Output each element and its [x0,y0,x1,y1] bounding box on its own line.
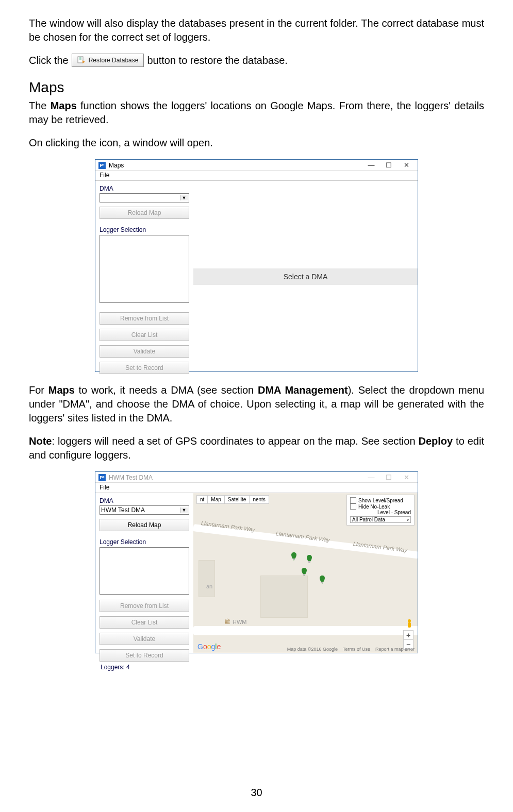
map-marker[interactable] [320,576,325,584]
logger-selection-label: Logger Selection [100,538,189,546]
patrol-data-select[interactable]: All Patrol Data v [350,516,411,523]
sidebar: DMA ▼ Reload Map Logger Selection Remove… [95,181,193,371]
map-marker[interactable] [307,555,312,563]
logger-selection-list[interactable] [100,547,189,595]
chevron-down-icon: ▼ [180,195,188,200]
menu-bar: File [95,483,418,493]
maximize-button[interactable]: ☐ [382,473,396,481]
map-area[interactable]: Llantarnam Park Way Llantarnam Park Way … [193,493,418,653]
terms-link[interactable]: Terms of Use [343,647,370,652]
validate-button[interactable]: Validate [100,633,189,645]
hwm-poi-label: HWM [233,619,247,625]
app-icon: P³ [98,162,106,169]
file-menu[interactable]: File [100,172,109,179]
maximize-button[interactable]: ☐ [382,161,396,169]
restore-tail-text: button to restore the database. [147,55,287,66]
paragraph-db-present: The window will also display the databas… [29,16,484,44]
svg-rect-2 [308,561,310,563]
restore-database-button[interactable]: Restore Database [72,54,144,67]
click-restore-row: Click the Restore Database button to res… [29,54,484,67]
dma-dropdown[interactable]: ▼ [100,193,189,202]
pegman-icon[interactable] [405,619,413,629]
loggers-count-status: Loggers: 4 [100,662,189,672]
map-options-panel: Show Level/Spread Hide No-Leak Level - S… [346,495,415,526]
satellite-tab[interactable]: Satellite [225,496,250,503]
patrol-data-value: All Patrol Data [352,517,385,522]
set-to-record-button[interactable]: Set to Record [100,649,189,662]
on-click-paragraph: On clicking the icon, a window will open… [29,136,484,150]
select-dma-message: Select a DMA [193,268,418,285]
menu-bar: File [95,171,418,181]
click-the-text: Click the [29,55,69,66]
map-area-empty: Select a DMA [193,181,418,371]
restore-database-icon [77,56,86,64]
minimize-button[interactable]: — [364,473,378,481]
svg-rect-3 [303,574,305,576]
map-attribution: Map data ©2016 Google Terms of Use Repor… [287,647,415,652]
level-spread-label: Level - Spread [377,510,411,515]
dma-needed-paragraph: For Maps to work, it needs a DMA (see se… [29,383,484,425]
remove-from-list-button[interactable]: Remove from List [100,600,189,612]
map-marker[interactable] [302,568,307,576]
map-text-fragment: an [206,583,212,589]
page-number: 30 [0,787,513,799]
map-type-tabs[interactable]: nt Map Satellite nents [196,495,269,504]
building-shape [198,560,215,597]
remove-from-list-button[interactable]: Remove from List [100,312,189,325]
maps-intro-paragraph: The Maps function shows the loggers' loc… [29,99,484,127]
dma-label: DMA [100,497,189,504]
chevron-down-icon: ▼ [180,508,188,513]
svg-point-5 [408,619,411,622]
window-title: Maps [109,162,124,169]
logger-selection-label: Logger Selection [100,226,189,233]
dma-label: DMA [100,185,189,192]
clear-list-button[interactable]: Clear List [100,329,189,341]
titlebar: P³ Maps — ☐ ✕ [95,160,418,171]
note-paragraph: Note: loggers will need a set of GPS coo… [29,434,484,462]
titlebar: P³ HWM Test DMA — ☐ ✕ [95,472,418,483]
hide-noleak-label: Hide No-Leak [358,504,390,510]
window-title: HWM Test DMA [109,474,153,481]
svg-rect-6 [408,622,411,628]
map-data-text: Map data ©2016 Google [287,647,338,652]
minimize-button[interactable]: — [364,161,378,169]
building-shape [260,576,308,618]
zoom-in-button[interactable]: + [403,630,413,640]
maps-heading: Maps [29,79,484,96]
dma-dropdown-value: HWM Test DMA [101,506,145,514]
maps-window-empty: P³ Maps — ☐ ✕ File DMA ▼ Reload Map Logg… [95,159,418,372]
dma-dropdown[interactable]: HWM Test DMA ▼ [100,505,189,515]
file-menu[interactable]: File [100,484,109,491]
report-error-link[interactable]: Report a map error [375,647,415,652]
app-icon: P³ [98,474,106,481]
building-icon: 🏛 [224,618,230,625]
restore-database-label: Restore Database [89,57,139,64]
hwm-poi[interactable]: 🏛 HWM [224,618,247,625]
clear-list-button[interactable]: Clear List [100,616,189,629]
svg-rect-4 [321,582,323,583]
map-tab-extra[interactable]: nents [250,496,268,503]
validate-button[interactable]: Validate [100,345,189,358]
close-button[interactable]: ✕ [399,161,413,169]
set-to-record-button[interactable]: Set to Record [100,362,189,374]
chevron-down-icon: v [407,517,409,522]
map-canvas[interactable]: Llantarnam Park Way Llantarnam Park Way … [193,493,418,653]
map-tab-label[interactable]: Map [208,496,224,503]
road-shape [193,626,418,635]
map-marker[interactable] [291,552,296,561]
reload-map-button[interactable]: Reload Map [100,207,189,219]
map-tab[interactable]: nt [197,496,208,503]
show-level-label: Show Level/Spread [358,498,403,503]
svg-rect-1 [293,559,295,560]
maps-window-loaded: P³ HWM Test DMA — ☐ ✕ File DMA HWM Test … [95,471,418,653]
google-logo: Google [197,642,221,651]
hide-noleak-checkbox[interactable] [350,503,356,510]
close-button[interactable]: ✕ [399,473,413,481]
reload-map-button[interactable]: Reload Map [100,519,189,531]
logger-selection-list[interactable] [100,235,189,303]
sidebar: DMA HWM Test DMA ▼ Reload Map Logger Sel… [95,493,193,653]
show-level-checkbox[interactable] [350,497,356,503]
